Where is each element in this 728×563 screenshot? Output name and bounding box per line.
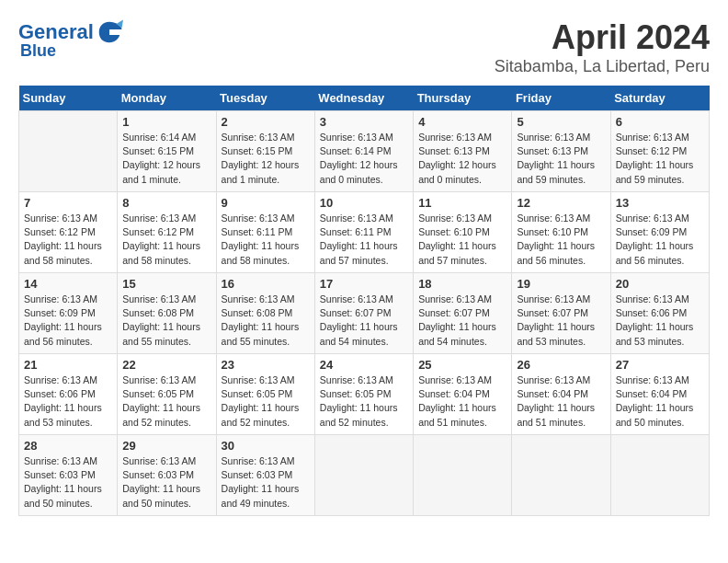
calendar-cell [414, 435, 512, 516]
calendar-cell: 13Sunrise: 6:13 AMSunset: 6:09 PMDayligh… [610, 192, 709, 273]
calendar-cell: 27Sunrise: 6:13 AMSunset: 6:04 PMDayligh… [610, 354, 709, 435]
day-number: 12 [517, 196, 605, 210]
day-info: Sunrise: 6:13 AMSunset: 6:06 PMDaylight:… [24, 373, 112, 430]
calendar-cell: 3Sunrise: 6:13 AMSunset: 6:14 PMDaylight… [314, 111, 413, 192]
day-info: Sunrise: 6:13 AMSunset: 6:07 PMDaylight:… [418, 293, 506, 349]
calendar-cell [314, 435, 413, 516]
calendar-cell: 18Sunrise: 6:13 AMSunset: 6:07 PMDayligh… [414, 273, 512, 354]
day-number: 15 [122, 277, 210, 291]
day-info: Sunrise: 6:13 AMSunset: 6:08 PMDaylight:… [122, 293, 210, 349]
day-info: Sunrise: 6:13 AMSunset: 6:07 PMDaylight:… [320, 293, 408, 349]
day-info: Sunrise: 6:13 AMSunset: 6:14 PMDaylight:… [320, 131, 408, 187]
calendar-header: SundayMondayTuesdayWednesdayThursdayFrid… [19, 86, 710, 111]
calendar-cell: 24Sunrise: 6:13 AMSunset: 6:05 PMDayligh… [314, 354, 413, 435]
day-number: 11 [418, 196, 506, 210]
logo-icon [96, 18, 123, 46]
day-info: Sunrise: 6:13 AMSunset: 6:03 PMDaylight:… [24, 454, 112, 511]
day-number: 6 [616, 115, 704, 129]
calendar-cell: 12Sunrise: 6:13 AMSunset: 6:10 PMDayligh… [512, 192, 610, 273]
calendar-subtitle: Sitabamba, La Libertad, Peru [495, 57, 710, 76]
calendar-cell [610, 435, 709, 516]
calendar-cell [512, 435, 610, 516]
day-info: Sunrise: 6:13 AMSunset: 6:15 PMDaylight:… [222, 131, 310, 187]
day-info: Sunrise: 6:13 AMSunset: 6:05 PMDaylight:… [222, 373, 310, 430]
day-info: Sunrise: 6:13 AMSunset: 6:10 PMDaylight:… [418, 212, 506, 268]
calendar-week-5: 28Sunrise: 6:13 AMSunset: 6:03 PMDayligh… [19, 435, 710, 516]
day-info: Sunrise: 6:13 AMSunset: 6:03 PMDaylight:… [122, 454, 210, 511]
day-info: Sunrise: 6:13 AMSunset: 6:11 PMDaylight:… [222, 212, 310, 268]
weekday-header-tuesday: Tuesday [216, 86, 314, 111]
calendar-cell: 16Sunrise: 6:13 AMSunset: 6:08 PMDayligh… [216, 273, 314, 354]
day-info: Sunrise: 6:13 AMSunset: 6:08 PMDaylight:… [222, 293, 310, 349]
calendar-cell: 19Sunrise: 6:13 AMSunset: 6:07 PMDayligh… [512, 273, 610, 354]
day-number: 16 [222, 277, 310, 291]
calendar-cell: 25Sunrise: 6:13 AMSunset: 6:04 PMDayligh… [414, 354, 512, 435]
day-number: 5 [517, 115, 605, 129]
calendar-cell: 1Sunrise: 6:14 AMSunset: 6:15 PMDaylight… [118, 111, 216, 192]
day-number: 19 [517, 277, 605, 291]
day-info: Sunrise: 6:13 AMSunset: 6:09 PMDaylight:… [24, 293, 112, 349]
calendar-cell: 29Sunrise: 6:13 AMSunset: 6:03 PMDayligh… [118, 435, 216, 516]
calendar-cell: 10Sunrise: 6:13 AMSunset: 6:11 PMDayligh… [314, 192, 413, 273]
weekday-header-sunday: Sunday [19, 86, 118, 111]
calendar-cell: 8Sunrise: 6:13 AMSunset: 6:12 PMDaylight… [118, 192, 216, 273]
calendar-body: 1Sunrise: 6:14 AMSunset: 6:15 PMDaylight… [19, 111, 710, 516]
day-number: 20 [616, 277, 704, 291]
weekday-header-monday: Monday [118, 86, 216, 111]
day-number: 4 [418, 115, 506, 129]
day-number: 17 [320, 277, 408, 291]
day-number: 25 [418, 358, 506, 372]
page-header: General Blue April 2024 Sitabamba, La Li… [18, 18, 710, 76]
day-info: Sunrise: 6:13 AMSunset: 6:04 PMDaylight:… [517, 373, 605, 430]
day-number: 22 [122, 358, 210, 372]
calendar-week-1: 1Sunrise: 6:14 AMSunset: 6:15 PMDaylight… [19, 111, 710, 192]
day-info: Sunrise: 6:13 AMSunset: 6:03 PMDaylight:… [222, 454, 310, 511]
day-info: Sunrise: 6:13 AMSunset: 6:04 PMDaylight:… [616, 373, 704, 430]
day-info: Sunrise: 6:13 AMSunset: 6:09 PMDaylight:… [616, 212, 704, 268]
day-info: Sunrise: 6:13 AMSunset: 6:11 PMDaylight:… [320, 212, 408, 268]
day-info: Sunrise: 6:14 AMSunset: 6:15 PMDaylight:… [122, 131, 210, 187]
calendar-cell: 28Sunrise: 6:13 AMSunset: 6:03 PMDayligh… [19, 435, 118, 516]
day-info: Sunrise: 6:13 AMSunset: 6:13 PMDaylight:… [418, 131, 506, 187]
calendar-cell: 7Sunrise: 6:13 AMSunset: 6:12 PMDaylight… [19, 192, 118, 273]
day-info: Sunrise: 6:13 AMSunset: 6:10 PMDaylight:… [517, 212, 605, 268]
calendar-cell: 26Sunrise: 6:13 AMSunset: 6:04 PMDayligh… [512, 354, 610, 435]
calendar-cell: 15Sunrise: 6:13 AMSunset: 6:08 PMDayligh… [118, 273, 216, 354]
day-number: 27 [616, 358, 704, 372]
calendar-cell: 20Sunrise: 6:13 AMSunset: 6:06 PMDayligh… [610, 273, 709, 354]
day-info: Sunrise: 6:13 AMSunset: 6:13 PMDaylight:… [517, 131, 605, 187]
day-info: Sunrise: 6:13 AMSunset: 6:06 PMDaylight:… [616, 293, 704, 349]
day-info: Sunrise: 6:13 AMSunset: 6:12 PMDaylight:… [616, 131, 704, 187]
calendar-week-3: 14Sunrise: 6:13 AMSunset: 6:09 PMDayligh… [19, 273, 710, 354]
weekday-header-friday: Friday [512, 86, 610, 111]
day-info: Sunrise: 6:13 AMSunset: 6:12 PMDaylight:… [24, 212, 112, 268]
calendar-cell: 14Sunrise: 6:13 AMSunset: 6:09 PMDayligh… [19, 273, 118, 354]
day-number: 10 [320, 196, 408, 210]
day-number: 21 [24, 358, 112, 372]
day-info: Sunrise: 6:13 AMSunset: 6:05 PMDaylight:… [122, 373, 210, 430]
calendar-cell: 17Sunrise: 6:13 AMSunset: 6:07 PMDayligh… [314, 273, 413, 354]
logo: General Blue [18, 18, 123, 61]
day-number: 7 [24, 196, 112, 210]
day-number: 2 [222, 115, 310, 129]
weekday-header-wednesday: Wednesday [314, 86, 413, 111]
calendar-cell: 5Sunrise: 6:13 AMSunset: 6:13 PMDaylight… [512, 111, 610, 192]
day-info: Sunrise: 6:13 AMSunset: 6:12 PMDaylight:… [122, 212, 210, 268]
calendar-title: April 2024 [495, 18, 710, 57]
day-number: 1 [122, 115, 210, 129]
calendar-week-4: 21Sunrise: 6:13 AMSunset: 6:06 PMDayligh… [19, 354, 710, 435]
weekday-header-row: SundayMondayTuesdayWednesdayThursdayFrid… [19, 86, 710, 111]
day-number: 13 [616, 196, 704, 210]
calendar-cell: 9Sunrise: 6:13 AMSunset: 6:11 PMDaylight… [216, 192, 314, 273]
calendar-cell: 6Sunrise: 6:13 AMSunset: 6:12 PMDaylight… [610, 111, 709, 192]
calendar-cell: 11Sunrise: 6:13 AMSunset: 6:10 PMDayligh… [414, 192, 512, 273]
day-info: Sunrise: 6:13 AMSunset: 6:07 PMDaylight:… [517, 293, 605, 349]
day-number: 14 [24, 277, 112, 291]
calendar-week-2: 7Sunrise: 6:13 AMSunset: 6:12 PMDaylight… [19, 192, 710, 273]
day-number: 9 [222, 196, 310, 210]
day-number: 30 [222, 439, 310, 453]
day-number: 29 [122, 439, 210, 453]
day-info: Sunrise: 6:13 AMSunset: 6:05 PMDaylight:… [320, 373, 408, 430]
day-number: 26 [517, 358, 605, 372]
day-number: 8 [122, 196, 210, 210]
